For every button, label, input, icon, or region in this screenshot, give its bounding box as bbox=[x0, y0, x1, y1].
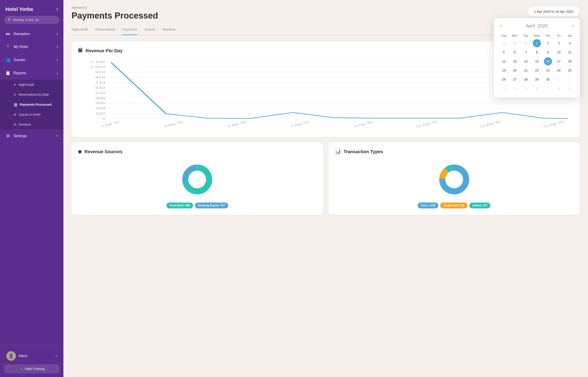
revenue-sources-title: Revenue Sources bbox=[84, 149, 122, 154]
calendar-day[interactable]: 4 bbox=[566, 39, 574, 47]
calendar-day[interactable]: 3 bbox=[500, 84, 508, 93]
calendar-day[interactable]: 5 bbox=[522, 84, 530, 93]
calendar-day[interactable]: 8 bbox=[533, 48, 541, 56]
hotel-name-header[interactable]: Hotel Yorba ▾ bbox=[0, 0, 63, 16]
revenue-sources-card: ◈ Revenue Sources Front Desk: 988 bbox=[72, 142, 323, 215]
tab-payments[interactable]: Payments bbox=[122, 25, 137, 35]
date-range-button[interactable]: 1 Apr 2020 to 16 Apr 2020 bbox=[528, 6, 580, 16]
sidebar-item-night-audit[interactable]: ✦ Night Audit bbox=[13, 80, 63, 90]
calendar-day[interactable]: 31 bbox=[522, 39, 530, 47]
legend-booking-engine: Booking Engine: 357 bbox=[195, 202, 228, 208]
sidebar-item-payments-processed[interactable]: 🏦 Payments Processed bbox=[13, 100, 63, 109]
transaction-types-header: 📊 Transaction Types bbox=[335, 149, 574, 154]
nav-section: 🛏 Reception ▾ 📍 My Hotel ▾ 👥 Guests ▾ 📋 bbox=[0, 27, 63, 345]
calendar-day[interactable]: 7 bbox=[522, 48, 530, 56]
video-training-button[interactable]: 📹 Video Training bbox=[4, 364, 59, 373]
calendar-day[interactable]: 15 bbox=[533, 57, 541, 65]
sidebar-item-reports[interactable]: 📋 Reports ▴ bbox=[0, 67, 63, 80]
transaction-types-legend: Cash: 1036 Credit Card: 182 (other): 127 bbox=[335, 202, 574, 208]
calendar-day[interactable]: 9 bbox=[566, 84, 574, 93]
calendar-day[interactable]: 12 bbox=[500, 57, 508, 65]
calendar-day[interactable]: 2 bbox=[544, 39, 552, 47]
revenue-icon: 🏛 bbox=[78, 48, 83, 54]
calendar-day[interactable]: 25 bbox=[566, 66, 574, 74]
calendar-day[interactable]: 1 bbox=[555, 75, 563, 83]
transaction-types-donut bbox=[335, 159, 574, 200]
calendar-day[interactable]: 5 bbox=[500, 48, 508, 56]
legend-credit-card: Credit Card: 182 bbox=[440, 202, 468, 208]
legend-credit-card-label: Credit Card: 182 bbox=[443, 204, 464, 207]
sidebar-item-label-reception: Reception bbox=[13, 32, 30, 36]
sidebar-item-guests-in-hotel[interactable]: ⊚ Guests In Hotel bbox=[13, 109, 63, 119]
calendar-day[interactable]: 27 bbox=[511, 75, 519, 83]
sidebar-item-reception[interactable]: 🛏 Reception ▾ bbox=[0, 27, 63, 40]
svg-text:918: 918 bbox=[95, 71, 106, 74]
calendar-day[interactable]: 21 bbox=[522, 66, 530, 74]
svg-text:3 Apr 20: 3 Apr 20 bbox=[163, 120, 184, 128]
reviews-label: Reviews bbox=[19, 123, 31, 126]
calendar-prev-button[interactable]: ‹ bbox=[498, 23, 503, 29]
sidebar-item-label-guests: Guests bbox=[13, 58, 25, 62]
calendar-day[interactable]: 23 bbox=[544, 66, 552, 74]
calendar-day[interactable]: 20 bbox=[511, 66, 519, 74]
tab-reviews[interactable]: Reviews bbox=[163, 25, 176, 35]
svg-text:102: 102 bbox=[95, 112, 106, 115]
calendar-day[interactable]: 6 bbox=[533, 84, 541, 93]
calendar-day[interactable]: 11 bbox=[566, 48, 574, 56]
calendar-day[interactable]: 17 bbox=[555, 57, 563, 65]
svg-text:15 Apr 20: 15 Apr 20 bbox=[541, 120, 565, 128]
calendar-day[interactable]: 10 bbox=[555, 48, 563, 56]
main-content: REPORTS Payments Processed Night Audit R… bbox=[63, 0, 588, 377]
sidebar-item-reservations-by-date[interactable]: ⊙ Reservations by Date bbox=[13, 90, 63, 100]
calendar-day[interactable]: 30 bbox=[511, 39, 519, 47]
svg-text:7 Apr 20: 7 Apr 20 bbox=[289, 120, 311, 128]
tab-guests[interactable]: Guests bbox=[145, 25, 156, 35]
revenue-sources-legend: Front Desk: 988 Booking Engine: 357 bbox=[78, 202, 317, 208]
svg-text:408: 408 bbox=[95, 96, 106, 100]
user-row[interactable]: 👤 Harry ▾ bbox=[4, 349, 59, 363]
calendar-day[interactable]: 28 bbox=[522, 75, 530, 83]
calendar-day[interactable]: 14 bbox=[522, 57, 530, 65]
calendar-day-1[interactable]: 1 bbox=[533, 39, 541, 47]
calendar-day[interactable]: 3 bbox=[555, 39, 563, 47]
calendar-day[interactable]: 9 bbox=[544, 48, 552, 56]
calendar-day[interactable]: 6 bbox=[511, 48, 519, 56]
hotel-chevron-icon: ▾ bbox=[56, 8, 58, 11]
search-bar[interactable]: 🔍 Booking, Guest, etc. bbox=[4, 16, 59, 24]
calendar-day[interactable]: 7 bbox=[544, 84, 552, 93]
cal-day-mon: Mon bbox=[509, 33, 520, 39]
svg-text:306: 306 bbox=[95, 102, 106, 105]
calendar-day[interactable]: 22 bbox=[533, 66, 541, 74]
calendar-day[interactable]: 24 bbox=[555, 66, 563, 74]
calendar-day[interactable]: 18 bbox=[566, 57, 574, 65]
legend-other-label: (other): 127 bbox=[472, 204, 487, 207]
sidebar-item-my-hotel[interactable]: 📍 My Hotel ▾ bbox=[0, 40, 63, 53]
sidebar-footer: 👤 Harry ▾ 📹 Video Training bbox=[0, 345, 63, 377]
reception-icon: 🛏 bbox=[5, 31, 11, 36]
svg-text:816: 816 bbox=[95, 76, 106, 79]
video-training-label: Video Training bbox=[24, 367, 45, 371]
tab-night-audit[interactable]: Night Audit bbox=[72, 25, 88, 35]
calendar-day[interactable]: 29 bbox=[500, 39, 508, 47]
reception-chevron-icon: ▾ bbox=[57, 32, 58, 35]
calendar-day-16[interactable]: 16 bbox=[544, 57, 552, 65]
calendar-day[interactable]: 4 bbox=[511, 84, 519, 93]
calendar-next-button[interactable]: › bbox=[570, 23, 575, 29]
calendar-day[interactable]: 19 bbox=[500, 66, 508, 74]
sidebar-item-guests[interactable]: 👥 Guests ▾ bbox=[0, 53, 63, 67]
cal-day-fri: Fri bbox=[553, 33, 564, 39]
guests-in-hotel-icon: ⊚ bbox=[13, 113, 16, 116]
calendar-day[interactable]: 30 bbox=[544, 75, 552, 83]
calendar-day[interactable]: 29 bbox=[533, 75, 541, 83]
reservations-by-date-label: Reservations by Date bbox=[19, 93, 49, 96]
calendar-day[interactable]: 2 bbox=[566, 75, 574, 83]
sidebar-item-settings[interactable]: ⚙ Settings ▾ bbox=[0, 130, 63, 142]
transaction-types-title: Transaction Types bbox=[344, 149, 383, 154]
revenue-per-day-title: Revenue Per Day bbox=[85, 48, 122, 53]
sidebar-item-reviews[interactable]: ⚖ Reviews bbox=[13, 119, 63, 130]
calendar-day[interactable]: 13 bbox=[511, 57, 519, 65]
tab-reservations[interactable]: Reservations bbox=[95, 25, 115, 35]
video-training-icon: 📹 bbox=[19, 367, 23, 371]
calendar-day[interactable]: 26 bbox=[500, 75, 508, 83]
calendar-day[interactable]: 8 bbox=[555, 84, 563, 93]
